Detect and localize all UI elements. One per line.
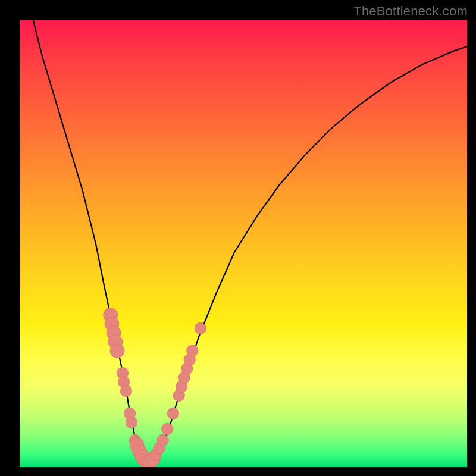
plot-area <box>20 20 467 467</box>
curve-marker <box>120 385 132 397</box>
curve-marker <box>186 345 198 357</box>
curve-markers <box>104 308 206 467</box>
curve-marker <box>195 322 206 334</box>
bottleneck-curve <box>33 20 467 462</box>
curve-svg <box>20 20 467 467</box>
curve-marker <box>157 434 169 446</box>
watermark-text: TheBottleneck.com <box>353 4 468 19</box>
curve-marker <box>161 423 173 435</box>
curve-marker <box>110 343 124 358</box>
curve-marker <box>126 416 137 428</box>
curve-marker <box>167 408 179 419</box>
chart-frame: TheBottleneck.com <box>0 0 476 476</box>
